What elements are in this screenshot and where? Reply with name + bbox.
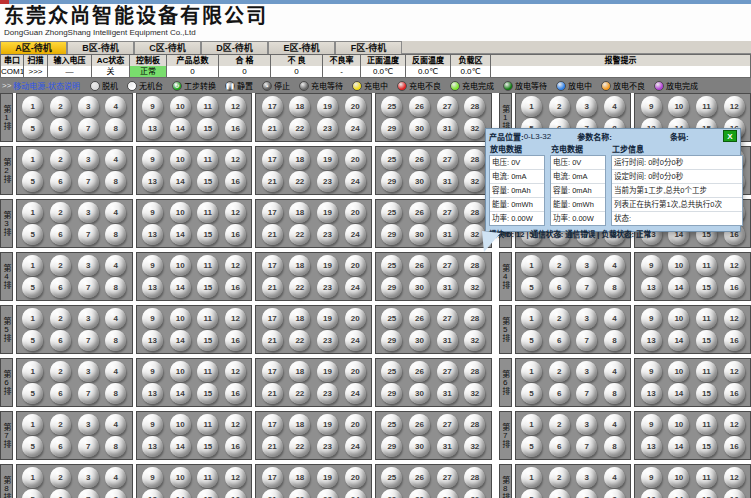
battery-slot[interactable]: 28 [464, 255, 485, 276]
battery-slot[interactable]: 1 [22, 96, 43, 117]
battery-slot[interactable]: 22 [289, 330, 310, 351]
battery-slot[interactable]: 16 [225, 171, 246, 192]
battery-slot[interactable]: 21 [262, 171, 283, 192]
battery-slot[interactable]: 8 [604, 489, 625, 498]
battery-slot[interactable]: 21 [262, 383, 283, 404]
battery-slot[interactable]: 6 [50, 330, 71, 351]
battery-slot[interactable]: 11 [696, 467, 717, 488]
battery-slot[interactable]: 27 [437, 308, 458, 329]
battery-slot[interactable]: 32 [464, 383, 485, 404]
battery-slot[interactable]: 22 [289, 436, 310, 457]
battery-slot[interactable]: 21 [262, 277, 283, 298]
battery-slot[interactable]: 15 [197, 436, 218, 457]
battery-slot[interactable]: 11 [696, 96, 717, 117]
battery-slot[interactable]: 5 [22, 436, 43, 457]
battery-slot[interactable]: 26 [409, 255, 430, 276]
battery-slot[interactable]: 14 [170, 224, 191, 245]
battery-slot[interactable]: 11 [696, 255, 717, 276]
battery-slot[interactable]: 13 [641, 383, 662, 404]
battery-slot[interactable]: 31 [437, 330, 458, 351]
battery-slot[interactable]: 24 [345, 171, 366, 192]
battery-slot[interactable]: 11 [197, 361, 218, 382]
battery-slot[interactable]: 14 [170, 118, 191, 139]
battery-slot[interactable]: 3 [576, 361, 597, 382]
battery-slot[interactable]: 5 [521, 489, 542, 498]
battery-slot[interactable]: 12 [225, 96, 246, 117]
battery-slot[interactable]: 11 [696, 414, 717, 435]
battery-slot[interactable]: 14 [668, 383, 689, 404]
battery-slot[interactable]: 16 [724, 436, 745, 457]
battery-slot[interactable]: 14 [170, 171, 191, 192]
battery-slot[interactable]: 16 [225, 330, 246, 351]
battery-slot[interactable]: 24 [345, 224, 366, 245]
battery-slot[interactable]: 25 [381, 96, 402, 117]
battery-slot[interactable]: 17 [262, 414, 283, 435]
battery-slot[interactable]: 18 [289, 308, 310, 329]
battery-slot[interactable]: 23 [317, 436, 338, 457]
battery-slot[interactable]: 10 [170, 308, 191, 329]
tab-zone-B[interactable]: B区-待机 [67, 41, 134, 54]
battery-slot[interactable]: 5 [22, 224, 43, 245]
battery-slot[interactable]: 6 [549, 436, 570, 457]
battery-slot[interactable]: 1 [521, 467, 542, 488]
battery-slot[interactable]: 12 [724, 255, 745, 276]
battery-slot[interactable]: 7 [78, 277, 99, 298]
battery-slot[interactable]: 8 [105, 436, 126, 457]
battery-slot[interactable]: 20 [345, 149, 366, 170]
battery-slot[interactable]: 26 [409, 96, 430, 117]
battery-slot[interactable]: 17 [262, 149, 283, 170]
battery-slot[interactable]: 3 [78, 361, 99, 382]
battery-slot[interactable]: 29 [381, 224, 402, 245]
battery-slot[interactable]: 4 [604, 361, 625, 382]
battery-slot[interactable]: 5 [22, 330, 43, 351]
battery-slot[interactable]: 6 [50, 171, 71, 192]
battery-slot[interactable]: 27 [437, 467, 458, 488]
battery-slot[interactable]: 8 [604, 383, 625, 404]
battery-slot[interactable]: 32 [464, 436, 485, 457]
battery-slot[interactable]: 9 [142, 149, 163, 170]
battery-slot[interactable]: 32 [464, 118, 485, 139]
battery-slot[interactable]: 9 [641, 467, 662, 488]
battery-slot[interactable]: 3 [78, 467, 99, 488]
battery-slot[interactable]: 19 [317, 308, 338, 329]
battery-slot[interactable]: 1 [22, 149, 43, 170]
battery-slot[interactable]: 5 [22, 489, 43, 498]
battery-slot[interactable]: 6 [549, 330, 570, 351]
battery-slot[interactable]: 10 [170, 255, 191, 276]
battery-slot[interactable]: 14 [668, 330, 689, 351]
battery-slot[interactable]: 26 [409, 361, 430, 382]
battery-slot[interactable]: 30 [409, 118, 430, 139]
battery-slot[interactable]: 21 [262, 436, 283, 457]
battery-slot[interactable]: 2 [50, 467, 71, 488]
battery-slot[interactable]: 20 [345, 255, 366, 276]
battery-slot[interactable]: 13 [142, 489, 163, 498]
battery-slot[interactable]: 24 [345, 383, 366, 404]
battery-slot[interactable]: 1 [22, 414, 43, 435]
battery-slot[interactable]: 7 [576, 383, 597, 404]
battery-slot[interactable]: 22 [289, 171, 310, 192]
battery-slot[interactable]: 28 [464, 414, 485, 435]
battery-slot[interactable]: 12 [724, 96, 745, 117]
battery-slot[interactable]: 13 [641, 277, 662, 298]
battery-slot[interactable]: 7 [576, 436, 597, 457]
battery-slot[interactable]: 1 [22, 202, 43, 223]
battery-slot[interactable]: 14 [668, 277, 689, 298]
battery-slot[interactable]: 16 [225, 436, 246, 457]
battery-slot[interactable]: 6 [50, 489, 71, 498]
battery-slot[interactable]: 2 [50, 361, 71, 382]
battery-slot[interactable]: 15 [696, 277, 717, 298]
battery-slot[interactable]: 9 [142, 467, 163, 488]
battery-slot[interactable]: 22 [289, 489, 310, 498]
battery-slot[interactable]: 3 [576, 308, 597, 329]
battery-slot[interactable]: 11 [696, 361, 717, 382]
battery-slot[interactable]: 25 [381, 255, 402, 276]
battery-slot[interactable]: 5 [22, 171, 43, 192]
battery-slot[interactable]: 13 [142, 118, 163, 139]
tab-zone-C[interactable]: C区-待机 [134, 41, 201, 54]
battery-slot[interactable]: 15 [696, 383, 717, 404]
battery-slot[interactable]: 17 [262, 361, 283, 382]
battery-slot[interactable]: 18 [289, 361, 310, 382]
battery-slot[interactable]: 26 [409, 308, 430, 329]
battery-slot[interactable]: 10 [668, 414, 689, 435]
battery-slot[interactable]: 15 [197, 224, 218, 245]
